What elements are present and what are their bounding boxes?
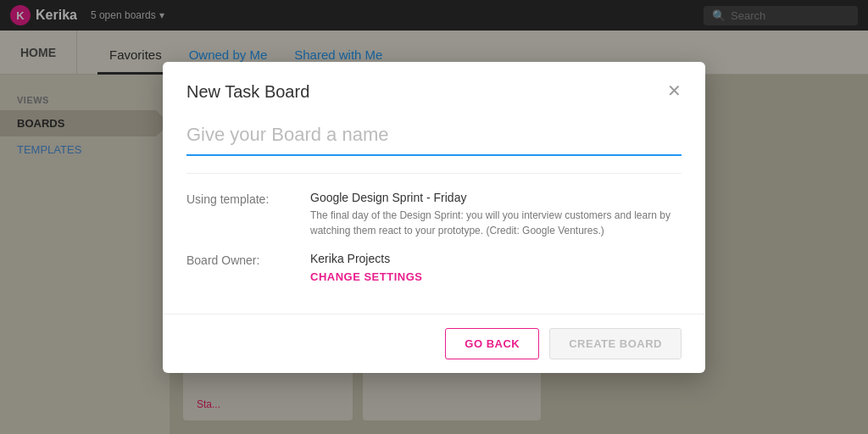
modal-divider [186,173,682,174]
change-settings-link[interactable]: CHANGE SETTINGS [310,270,422,283]
template-field: Using template: Google Design Sprint - F… [186,191,682,238]
owner-name: Kerika Projects [310,252,422,265]
template-value: Google Design Sprint - Friday The final … [310,191,682,238]
new-task-board-modal: New Task Board ✕ Using template: Google … [163,62,705,373]
modal-header: New Task Board ✕ [163,62,705,115]
modal-overlay: New Task Board ✕ Using template: Google … [0,0,868,434]
template-desc: The final day of the Design Sprint: you … [310,208,682,238]
modal-body: Using template: Google Design Sprint - F… [163,115,705,314]
owner-label: Board Owner: [186,252,297,267]
modal-title: New Task Board [186,82,309,102]
board-name-input[interactable] [186,115,682,156]
go-back-button[interactable]: GO BACK [445,328,539,359]
owner-value: Kerika Projects CHANGE SETTINGS [310,252,422,283]
owner-field: Board Owner: Kerika Projects CHANGE SETT… [186,252,682,283]
create-board-button[interactable]: CREATE BOARD [549,328,682,359]
modal-footer: GO BACK CREATE BOARD [163,314,705,373]
template-label: Using template: [186,191,297,206]
template-name: Google Design Sprint - Friday [310,191,682,204]
modal-close-button[interactable]: ✕ [667,82,682,99]
